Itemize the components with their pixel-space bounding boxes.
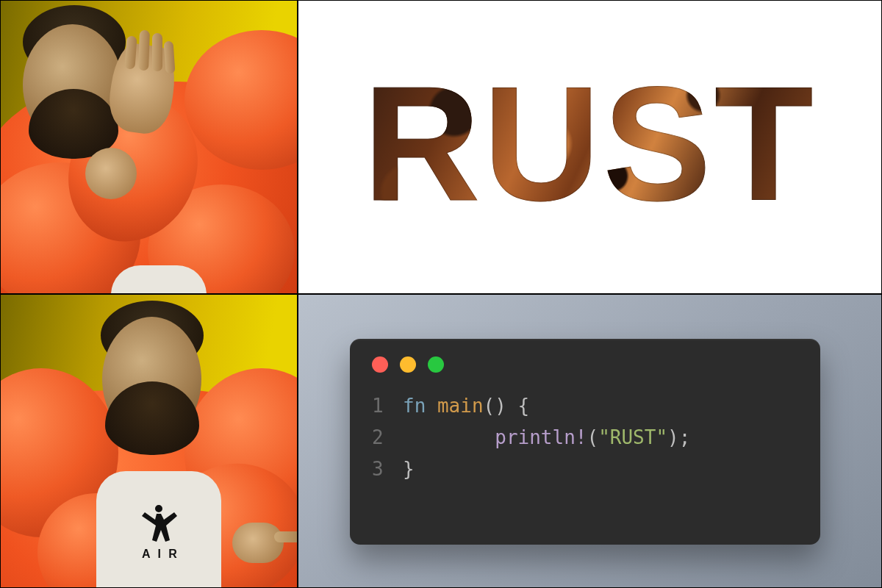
line-number: 2 bbox=[372, 422, 403, 453]
code-editor-card: 1fn main() { 2 println!("RUST"); 3} bbox=[350, 339, 820, 545]
line-number: 3 bbox=[372, 453, 403, 485]
jumpman-logo-icon bbox=[139, 501, 179, 545]
code-string: "RUST" bbox=[598, 426, 667, 448]
drake-hand-point bbox=[232, 523, 284, 563]
drake-finger-point bbox=[274, 531, 298, 542]
drake-finger bbox=[152, 33, 162, 71]
code-punc: ( bbox=[587, 426, 598, 448]
tshirt-logo-text: A I R bbox=[142, 548, 179, 561]
code-punc: () { bbox=[484, 395, 530, 417]
code-keyword: fn bbox=[403, 395, 426, 417]
rust-texture-word: RUST bbox=[363, 63, 816, 225]
drake-other-hand bbox=[85, 148, 137, 199]
traffic-light-minimize-icon bbox=[400, 356, 416, 373]
code-line: 3} bbox=[372, 453, 798, 485]
panel-approve-content: 1fn main() { 2 println!("RUST"); 3} bbox=[298, 294, 882, 588]
code-fn-name: main bbox=[437, 395, 484, 417]
code-punc: } bbox=[403, 458, 415, 480]
drake-meme-grid: RUST A I R 1fn main() bbox=[0, 0, 882, 588]
panel-drake-no bbox=[0, 0, 298, 294]
tshirt-peek bbox=[111, 265, 207, 294]
panel-drake-yes: A I R bbox=[0, 294, 298, 588]
window-traffic-lights bbox=[372, 356, 798, 373]
drake-finger bbox=[138, 30, 150, 71]
traffic-light-zoom-icon bbox=[428, 356, 444, 373]
code-line: 1fn main() { bbox=[372, 390, 798, 422]
traffic-light-close-icon bbox=[372, 356, 388, 373]
code-line: 2 println!("RUST"); bbox=[372, 422, 798, 453]
code-macro: println! bbox=[495, 426, 587, 448]
panel-reject-content: RUST bbox=[298, 0, 882, 294]
code-indent bbox=[403, 426, 495, 448]
code-punc: ); bbox=[667, 426, 690, 448]
line-number: 1 bbox=[372, 390, 403, 422]
